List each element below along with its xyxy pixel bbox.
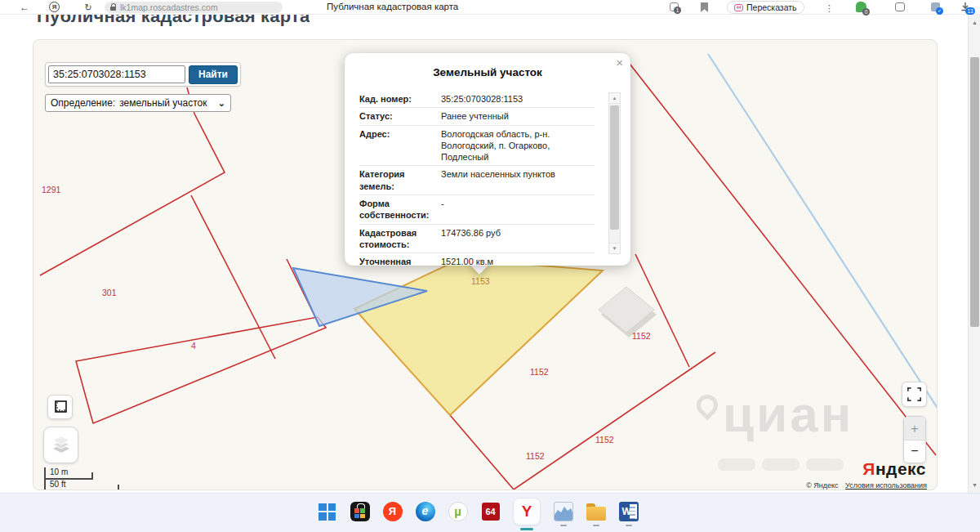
parcel-label-1152-c: 1152	[595, 435, 614, 445]
ruler-icon	[52, 399, 69, 415]
road-line	[708, 54, 938, 409]
aida64-icon: 64	[482, 503, 500, 521]
retell-button[interactable]: 44 Пересказать	[727, 1, 804, 14]
edge-icon: e	[416, 502, 435, 521]
scale-imperial: 50 ft	[50, 480, 65, 489]
object-type-label: Определение:	[51, 97, 115, 109]
task-manager-button[interactable]	[553, 502, 573, 527]
collections-badge: 1	[674, 7, 681, 14]
close-icon[interactable]: ×	[616, 56, 623, 69]
scroll-down-icon[interactable]: ▼	[609, 243, 620, 253]
aida64-button[interactable]: 64	[480, 502, 501, 527]
chevron-down-icon: ⌄	[218, 98, 225, 109]
scrollbar-thumb[interactable]	[610, 105, 619, 230]
building-footprint	[599, 287, 657, 338]
table-row: Адрес: Вологодская область, р-н. Вологод…	[359, 126, 595, 167]
pin-icon	[693, 391, 723, 421]
table-row: Кадастровая стоимость: 174736.86 руб	[359, 225, 595, 254]
edge-button[interactable]: e	[415, 502, 435, 527]
parcel-info-popup: × Земельный участок Кад. номер: 35:25:07…	[345, 53, 630, 266]
zoom-in-button[interactable]: +	[904, 417, 925, 440]
search-button[interactable]: Найти	[189, 65, 238, 84]
object-type-select[interactable]: Определение: земельный участок ⌄	[45, 94, 231, 112]
url-text: lk1map.roscadastres.com	[120, 2, 218, 12]
zoom-control: + −	[903, 416, 926, 463]
parcel-label-4: 4	[191, 341, 196, 351]
sync-check-badge: ✓	[936, 7, 943, 15]
word-button[interactable]: W	[618, 502, 639, 527]
back-icon[interactable]: ←	[18, 0, 31, 15]
tab-title: Публичная кадастровая карта	[327, 2, 458, 11]
quote-icon: 44	[734, 4, 743, 11]
lock-icon	[110, 7, 116, 11]
desktop: { "browser": { "url": "lk1map.roscadastr…	[0, 0, 980, 532]
search-panel: Найти	[45, 62, 241, 87]
table-row: Статус: Ранее учтенный	[359, 108, 595, 125]
active-app-tile: Y	[513, 498, 541, 525]
downloads-icon[interactable]: 13	[960, 2, 970, 11]
terms-link[interactable]: Условия использования	[845, 481, 927, 490]
yandex-logo: Яндекс	[862, 459, 926, 479]
bookmark-icon[interactable]	[701, 2, 708, 12]
performance-chart-icon	[554, 502, 573, 521]
map-attribution: © Яндекс Условия использования	[806, 481, 927, 490]
word-icon: W	[619, 502, 639, 521]
table-row: Форма собственности: -	[359, 195, 595, 225]
yandex-browser-icon: Y	[522, 503, 532, 521]
browser-toolbar: ← Я ↻ lk1map.roscadastres.com Публичная …	[0, 0, 980, 15]
map-scale: 10 m 50 ft	[44, 467, 122, 490]
table-row: Кад. номер: 35:25:0703028:1153	[359, 91, 595, 108]
popup-title: Земельный участок	[345, 66, 630, 78]
watermark-subline	[718, 458, 844, 471]
object-type-value: земельный участок	[119, 97, 218, 109]
file-explorer-button[interactable]	[586, 502, 606, 527]
fullscreen-icon	[907, 387, 921, 401]
page-scrollbar[interactable]: ▲ ▼	[968, 15, 980, 493]
parcel-label-301: 301	[102, 288, 117, 297]
yandex-app-button[interactable]: Я	[382, 502, 403, 527]
cian-watermark: циан	[697, 390, 853, 439]
parcel-label-1152-d: 1152	[526, 451, 545, 461]
messenger-badge: 0	[862, 8, 870, 16]
fullscreen-button[interactable]	[902, 382, 927, 407]
measure-button[interactable]	[47, 395, 73, 419]
parcel-details-table: Кад. номер: 35:25:0703028:1153 Статус: Р…	[359, 91, 595, 266]
messenger-icon[interactable]: 0	[856, 2, 866, 12]
taskbar-icons: Я e µ 64 Y	[317, 498, 639, 530]
yandex-icon: Я	[383, 502, 403, 521]
extensions-icon[interactable]	[895, 2, 905, 11]
layers-icon	[51, 435, 72, 456]
utorrent-icon: µ	[448, 502, 468, 521]
scale-metric: 10 m	[50, 467, 68, 476]
start-button[interactable]	[317, 502, 337, 527]
yandex-services-icon[interactable]: Я	[49, 2, 60, 12]
table-row: Уточненная площадь: 1521.00 кв.м	[359, 253, 595, 266]
reload-icon[interactable]: ↻	[82, 0, 95, 15]
parcel-label-1152-a: 1152	[632, 331, 651, 341]
folder-icon	[586, 507, 606, 521]
store-icon	[350, 502, 370, 521]
taskbar: Я e µ 64 Y	[0, 493, 980, 532]
utorrent-button[interactable]: µ	[448, 502, 468, 527]
parcel-label-1152-b: 1152	[530, 367, 549, 377]
table-row: Категория земель: Земли населенных пункт…	[359, 166, 595, 195]
yandex-browser-button[interactable]: Y	[513, 498, 541, 530]
downloads-badge: 13	[965, 7, 975, 15]
parcel-label-1153: 1153	[471, 276, 490, 286]
parcel-label-1291: 1291	[42, 185, 60, 194]
windows-icon	[318, 503, 336, 521]
sync-icon[interactable]: ✓	[931, 2, 940, 11]
popup-scrollbar[interactable]: ▲ ▼	[608, 92, 621, 254]
scroll-down-icon[interactable]: ▼	[969, 482, 980, 488]
collections-icon[interactable]: 1	[670, 2, 679, 11]
layers-button[interactable]	[43, 427, 78, 463]
copyright-text: © Яндекс	[806, 481, 838, 490]
search-input[interactable]	[48, 65, 185, 83]
scroll-up-icon[interactable]: ▲	[609, 93, 620, 104]
store-button[interactable]	[350, 502, 370, 527]
scroll-up-icon[interactable]: ▲	[969, 20, 980, 25]
scrollbar-thumb[interactable]	[970, 57, 979, 327]
address-bar[interactable]: lk1map.roscadastres.com	[105, 2, 283, 13]
browser-menu-icon[interactable]: ⋮	[825, 1, 834, 16]
